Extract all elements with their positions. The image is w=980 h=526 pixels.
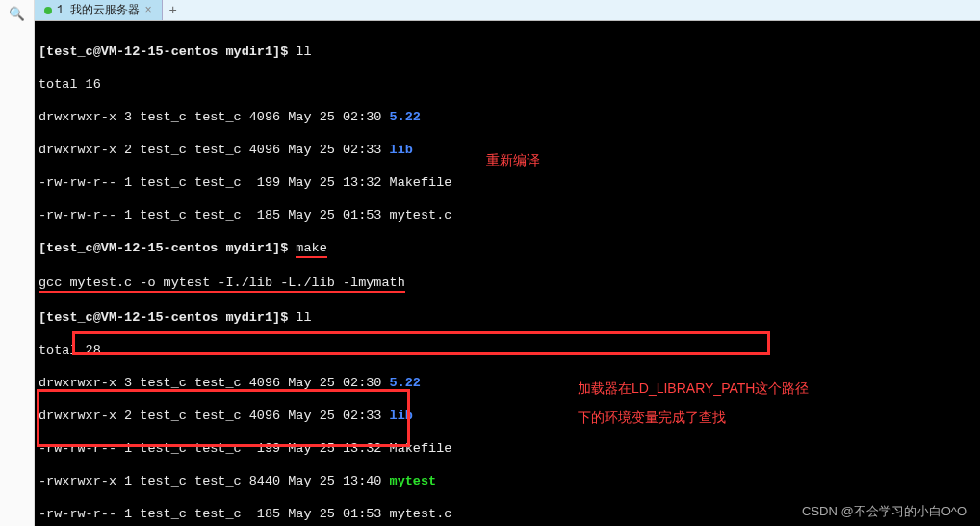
search-icon[interactable]: 🔍 bbox=[9, 6, 25, 22]
output-line: drwxrwxr-x 3 test_c test_c 4096 May 25 0… bbox=[39, 110, 390, 124]
output-line: drwxrwxr-x 3 test_c test_c 4096 May 25 0… bbox=[39, 376, 390, 390]
output-line: -rw-rw-r-- 1 test_c test_c 185 May 25 01… bbox=[39, 207, 976, 224]
prompt: [test_c@VM-12-15-centos mydir1]$ bbox=[39, 241, 296, 255]
tab-bar: 1 我的云服务器 × + bbox=[35, 0, 980, 21]
output-line: -rw-rw-r-- 1 test_c test_c 199 May 25 13… bbox=[39, 174, 976, 191]
terminal-output[interactable]: [test_c@VM-12-15-centos mydir1]$ ll tota… bbox=[35, 21, 980, 526]
output-line: -rwxrwxr-x 1 test_c test_c 8440 May 25 1… bbox=[39, 474, 390, 488]
dir-name: 5.22 bbox=[390, 110, 421, 124]
dir-name: lib bbox=[390, 408, 413, 423]
output-line: drwxrwxr-x 2 test_c test_c 4096 May 25 0… bbox=[39, 143, 390, 157]
status-dot-icon bbox=[44, 7, 52, 14]
cmd: ll bbox=[296, 310, 311, 325]
prompt: [test_c@VM-12-15-centos mydir1]$ bbox=[39, 44, 296, 59]
new-tab-button[interactable]: + bbox=[163, 0, 184, 20]
annotation-loader-2: 下的环境变量完成了查找 bbox=[578, 409, 726, 427]
watermark: CSDN @不会学习的小白O^O bbox=[802, 503, 967, 520]
tab-title: 1 我的云服务器 bbox=[57, 2, 140, 18]
dir-name: lib bbox=[390, 143, 413, 157]
close-icon[interactable]: × bbox=[144, 4, 151, 17]
annotation-recompile: 重新编译 bbox=[486, 152, 540, 170]
cmd: ll bbox=[296, 44, 311, 59]
output-line: -rw-rw-r-- 1 test_c test_c 199 May 25 13… bbox=[39, 440, 976, 457]
output-line: drwxrwxr-x 2 test_c test_c 4096 May 25 0… bbox=[39, 408, 390, 423]
output-line: total 28 bbox=[39, 342, 976, 358]
dir-name: 5.22 bbox=[390, 376, 421, 390]
output-line: gcc mytest.c -o mytest -I./lib -L./lib -… bbox=[39, 275, 405, 293]
output-line: total 16 bbox=[39, 76, 976, 92]
annotation-loader-1: 加载器在LD_LIBRARY_PATH这个路径 bbox=[578, 381, 809, 398]
exec-name: mytest bbox=[390, 474, 437, 488]
cmd: make bbox=[296, 240, 326, 258]
editor-left-sidebar: 🔍 bbox=[0, 0, 35, 526]
prompt: [test_c@VM-12-15-centos mydir1]$ bbox=[39, 310, 296, 325]
tab-server[interactable]: 1 我的云服务器 × bbox=[35, 0, 163, 20]
